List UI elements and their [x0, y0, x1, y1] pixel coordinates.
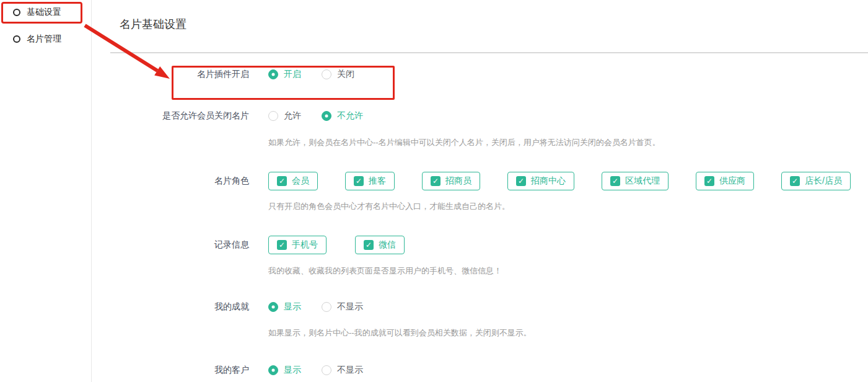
radio-option-allow[interactable]: 允许: [268, 110, 301, 122]
radio-label: 不允许: [337, 110, 363, 122]
sidebar-item-card-management[interactable]: 名片管理: [0, 30, 91, 48]
checkbox-checked-icon: ✓: [364, 240, 374, 250]
sidebar: 基础设置 名片管理: [0, 0, 92, 382]
radio-unselected-icon: [322, 302, 331, 312]
field-label: 名片插件开启: [110, 69, 249, 80]
field-label: 名片角色: [110, 175, 249, 187]
checkbox-regional-agent[interactable]: ✓ 区域代理: [602, 172, 669, 190]
checkbox-store-staff[interactable]: ✓ 店长/店员: [781, 172, 851, 190]
radio-option-disable[interactable]: 关闭: [322, 69, 354, 80]
radio-option-hide[interactable]: 不显示: [322, 301, 363, 313]
checkbox-label: 手机号: [292, 239, 318, 251]
checkbox-supplier[interactable]: ✓ 供应商: [696, 172, 754, 190]
radio-option-disallow[interactable]: 不允许: [322, 110, 363, 122]
form-row-card-roles: 名片角色 ✓ 会员 ✓ 推客 ✓ 招商员 ✓ 招商中心 ✓ 区域代理: [110, 172, 868, 190]
checkbox-checked-icon: ✓: [277, 176, 287, 186]
checkbox-label: 招商员: [445, 175, 471, 187]
checkbox-checked-icon: ✓: [516, 176, 526, 186]
form-row-my-achievements: 我的成就 显示 不显示: [110, 301, 384, 313]
title-divider: [110, 52, 868, 53]
field-help-text: 如果允许，则会员在名片中心--名片编辑中可以关闭个人名片，关闭后，用户将无法访问…: [268, 137, 660, 148]
checkbox-checked-icon: ✓: [277, 240, 287, 250]
radio-label: 关闭: [337, 69, 354, 80]
radio-selected-icon: [268, 69, 278, 79]
form-row-plugin-enable: 名片插件开启 开启 关闭: [110, 69, 375, 80]
radio-unselected-icon: [322, 69, 331, 79]
field-label: 我的客户: [110, 365, 249, 376]
circle-icon: [13, 9, 20, 16]
checkbox-phone[interactable]: ✓ 手机号: [268, 236, 327, 254]
page-title: 名片基础设置: [120, 17, 186, 32]
radio-group: 允许 不允许: [268, 110, 384, 122]
checkbox-investment-agent[interactable]: ✓ 招商员: [422, 172, 480, 190]
checkbox-checked-icon: ✓: [704, 176, 714, 186]
radio-label: 显示: [284, 301, 301, 313]
checkbox-promoter[interactable]: ✓ 推客: [345, 172, 395, 190]
checkbox-label: 微信: [379, 239, 396, 251]
field-help-text: 如果显示，则名片中心--我的成就可以看到会员相关数据，关闭则不显示。: [268, 327, 532, 339]
checkbox-checked-icon: ✓: [354, 176, 364, 186]
form-row-my-customers: 我的客户 显示 不显示: [110, 365, 384, 376]
circle-icon: [13, 35, 20, 43]
annotation-arrow-icon: [0, 0, 868, 382]
checkbox-investment-center[interactable]: ✓ 招商中心: [507, 172, 574, 190]
sidebar-item-label: 基础设置: [27, 7, 61, 18]
checkbox-group: ✓ 手机号 ✓ 微信: [268, 236, 432, 254]
radio-group: 显示 不显示: [268, 365, 384, 376]
radio-label: 显示: [284, 365, 301, 376]
form-row-record-info: 记录信息 ✓ 手机号 ✓ 微信: [110, 236, 432, 254]
field-label: 记录信息: [110, 239, 249, 251]
radio-selected-icon: [322, 111, 331, 121]
field-help-text: 我的收藏、收藏我的列表页面是否显示用户的手机号、微信信息！: [268, 265, 502, 277]
checkbox-label: 区域代理: [625, 175, 660, 187]
radio-label: 允许: [284, 110, 301, 122]
radio-label: 不显示: [337, 301, 363, 313]
radio-group: 开启 关闭: [268, 69, 375, 80]
radio-option-hide[interactable]: 不显示: [322, 365, 363, 376]
radio-option-enable[interactable]: 开启: [268, 69, 301, 80]
checkbox-label: 店长/店员: [805, 175, 842, 187]
checkbox-checked-icon: ✓: [431, 176, 441, 186]
form-row-allow-close-card: 是否允许会员关闭名片 允许 不允许: [110, 110, 384, 122]
radio-unselected-icon: [268, 111, 278, 121]
checkbox-label: 会员: [292, 175, 309, 187]
field-label: 是否允许会员关闭名片: [110, 110, 249, 122]
checkbox-group: ✓ 会员 ✓ 推客 ✓ 招商员 ✓ 招商中心 ✓ 区域代理 ✓ 供应商: [268, 172, 868, 190]
checkbox-checked-icon: ✓: [610, 176, 620, 186]
checkbox-label: 招商中心: [531, 175, 566, 187]
card-basic-settings-page: 基础设置 名片管理 名片基础设置 名片插件开启 开启 关闭 是否允许会员关: [0, 0, 868, 382]
radio-label: 开启: [284, 69, 301, 80]
checkbox-label: 供应商: [719, 175, 745, 187]
radio-option-show[interactable]: 显示: [268, 365, 301, 376]
radio-selected-icon: [268, 365, 278, 375]
field-help-text: 只有开启的角色会员中心才有名片中心入口，才能生成自己的名片。: [268, 201, 510, 212]
field-label: 我的成就: [110, 301, 249, 313]
radio-option-show[interactable]: 显示: [268, 301, 301, 313]
radio-label: 不显示: [337, 365, 363, 376]
checkbox-wechat[interactable]: ✓ 微信: [355, 236, 405, 254]
checkbox-checked-icon: ✓: [790, 176, 800, 186]
radio-unselected-icon: [322, 365, 331, 375]
checkbox-label: 推客: [369, 175, 386, 187]
sidebar-item-label: 名片管理: [27, 33, 61, 45]
sidebar-item-basic-settings[interactable]: 基础设置: [0, 3, 91, 22]
radio-group: 显示 不显示: [268, 301, 384, 313]
radio-selected-icon: [268, 302, 278, 312]
checkbox-member[interactable]: ✓ 会员: [268, 172, 318, 190]
